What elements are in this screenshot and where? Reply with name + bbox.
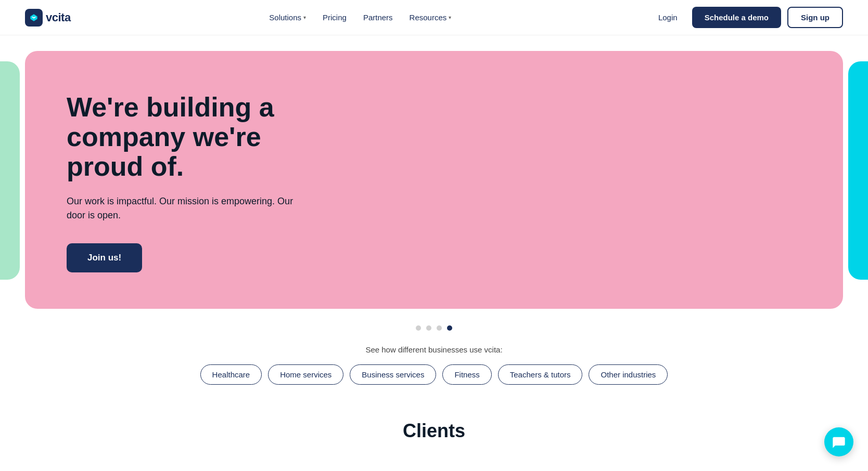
slider-dots [0, 325, 868, 331]
nav-pricing[interactable]: Pricing [315, 9, 354, 26]
nav-solutions[interactable]: Solutions ▾ [262, 9, 313, 26]
pill-business-services[interactable]: Business services [350, 364, 436, 385]
nav-resources[interactable]: Resources ▾ [402, 9, 459, 26]
pill-fitness[interactable]: Fitness [442, 364, 491, 385]
slide-dot-4[interactable] [447, 325, 452, 331]
hero-wrapper: We're building a company we're proud of.… [0, 35, 868, 309]
hero-card: We're building a company we're proud of.… [25, 51, 843, 309]
main-nav: vcita Solutions ▾ Pricing Partners Resou… [0, 0, 868, 35]
chat-icon [832, 435, 846, 449]
chevron-down-icon: ▾ [303, 15, 306, 20]
login-button[interactable]: Login [650, 9, 686, 26]
chat-bubble-button[interactable] [824, 427, 853, 452]
signup-button[interactable]: Sign up [787, 7, 843, 28]
pill-teachers-tutors[interactable]: Teachers & tutors [498, 364, 583, 385]
hero-headline: We're building a company we're proud of. [67, 93, 337, 182]
pill-healthcare[interactable]: Healthcare [200, 364, 262, 385]
logo-icon [25, 9, 43, 27]
clients-title: Clients [403, 420, 465, 442]
pill-other-industries[interactable]: Other industries [589, 364, 668, 385]
chevron-down-icon: ▾ [449, 15, 451, 20]
industry-section: See how different businesses use vcita: … [0, 345, 868, 395]
nav-partners[interactable]: Partners [356, 9, 400, 26]
nav-actions: Login Schedule a demo Sign up [650, 7, 843, 28]
left-accent-pill [0, 61, 20, 280]
logo[interactable]: vcita [25, 9, 71, 27]
pill-home-services[interactable]: Home services [268, 364, 343, 385]
schedule-demo-button[interactable]: Schedule a demo [692, 7, 781, 28]
nav-links: Solutions ▾ Pricing Partners Resources ▾ [262, 9, 458, 26]
slide-dot-2[interactable] [426, 325, 431, 331]
slide-dot-3[interactable] [437, 325, 442, 331]
industry-label: See how different businesses use vcita: [365, 345, 502, 354]
join-us-button[interactable]: Join us! [67, 243, 142, 272]
right-accent-pill [848, 61, 868, 280]
clients-section: Clients [0, 395, 868, 452]
hero-subtext: Our work is impactful. Our mission is em… [67, 194, 306, 223]
industry-pills: Healthcare Home services Business servic… [200, 364, 668, 385]
logo-text: vcita [46, 11, 71, 24]
slide-dot-1[interactable] [416, 325, 421, 331]
